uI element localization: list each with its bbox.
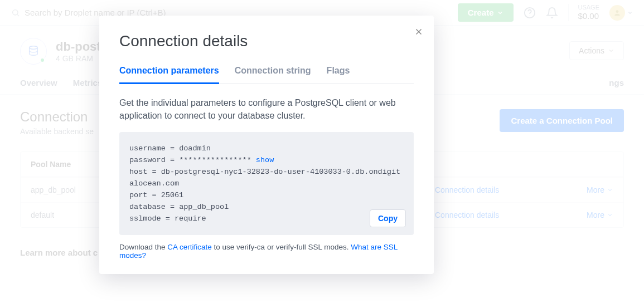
tab-connection-string[interactable]: Connection string bbox=[235, 66, 311, 84]
tab-flags[interactable]: Flags bbox=[327, 66, 350, 84]
modal-footer: Download the CA certificate to use verif… bbox=[119, 243, 414, 260]
close-icon bbox=[414, 27, 424, 37]
modal-title: Connection details bbox=[119, 32, 414, 50]
footer-prefix: Download the bbox=[119, 243, 167, 251]
param-port: port = 25061 bbox=[129, 190, 404, 202]
param-password-value: **************** bbox=[179, 156, 251, 164]
close-button[interactable] bbox=[414, 26, 424, 40]
param-username: username = doadmin bbox=[129, 143, 404, 155]
param-host-value: db-postgresql-nyc1-32823-do-user-4103033… bbox=[129, 168, 400, 188]
param-database: database = app_db_pool bbox=[129, 202, 404, 213]
modal-description: Get the individual parameters to configu… bbox=[119, 96, 414, 122]
ca-certificate-link[interactable]: CA certificate bbox=[167, 243, 212, 251]
modal-tabs: Connection parameters Connection string … bbox=[119, 66, 414, 84]
param-username-value: doadmin bbox=[179, 144, 211, 153]
connection-parameters-block: username = doadmin password = **********… bbox=[119, 132, 414, 234]
copy-button[interactable]: Copy bbox=[370, 209, 406, 227]
connection-details-modal: Connection details Connection parameters… bbox=[99, 16, 434, 274]
param-port-value: 25061 bbox=[161, 191, 184, 199]
param-password: password = **************** show bbox=[129, 155, 404, 167]
param-host: host = db-postgresql-nyc1-32823-do-user-… bbox=[129, 167, 404, 190]
param-sslmode-value: require bbox=[175, 214, 206, 223]
show-password-link[interactable]: show bbox=[256, 156, 274, 164]
footer-mid: to use verify-ca or verify-full SSL mode… bbox=[212, 243, 351, 251]
param-database-value: app_db_pool bbox=[179, 203, 229, 211]
tab-connection-parameters[interactable]: Connection parameters bbox=[119, 66, 219, 84]
param-sslmode: sslmode = require bbox=[129, 213, 404, 225]
